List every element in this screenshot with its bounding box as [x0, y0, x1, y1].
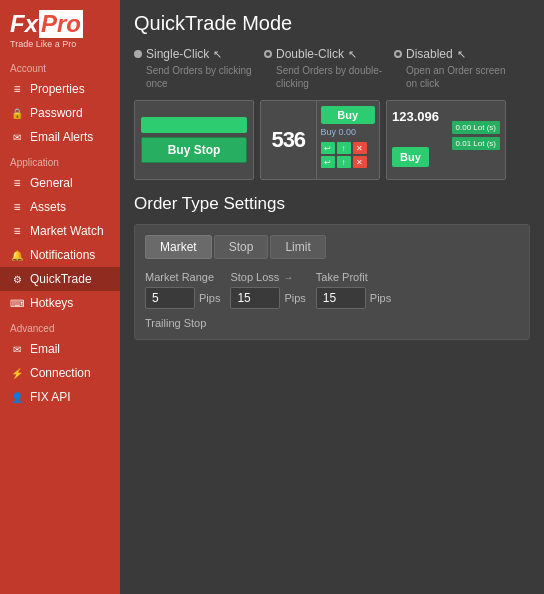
section-account: Account	[0, 55, 120, 77]
qt-label-disabled: Disabled	[406, 47, 453, 61]
section-advanced: Advanced	[0, 315, 120, 337]
qt-label-single: Single-Click	[146, 47, 209, 61]
qt-desc-disabled: Open an Order screen on click	[394, 64, 516, 90]
qt-radio-double[interactable]	[264, 50, 272, 58]
market-range-input-row: Pips	[145, 287, 220, 309]
assets-icon: ≡	[10, 200, 24, 214]
action-icon-1[interactable]: ↩	[321, 142, 335, 154]
stop-loss-group: Stop Loss → Pips	[230, 271, 305, 309]
logo-pro: Pro	[39, 10, 83, 38]
arrow-icon: →	[283, 272, 293, 283]
cursor-icon-single: ↖	[213, 48, 222, 61]
cursor-icon-double: ↖	[348, 48, 357, 61]
sidebar-item-label: Hotkeys	[30, 296, 73, 310]
qt-preview-double: 536 Buy Buy 0.00 ↩ ↑ ✕ ↩ ↑ ✕	[260, 100, 380, 180]
preview1-inner: Buy Stop	[135, 101, 253, 179]
sidebar-item-label: Notifications	[30, 248, 95, 262]
qt-radio-disabled[interactable]	[394, 50, 402, 58]
take-profit-group: Take Profit Pips	[316, 271, 391, 309]
sidebar-item-market-watch[interactable]: ≡ Market Watch	[0, 219, 120, 243]
qt-option-single-click[interactable]: Single-Click ↖ Send Orders by clicking o…	[134, 47, 264, 90]
sidebar-item-label: Email Alerts	[30, 130, 93, 144]
sidebar-item-email[interactable]: ✉ Email	[0, 337, 120, 361]
hotkeys-icon: ⌨	[10, 296, 24, 310]
trailing-stop-label: Trailing Stop	[145, 317, 519, 329]
quicktrade-options: Single-Click ↖ Send Orders by clicking o…	[134, 47, 530, 90]
take-profit-label: Take Profit	[316, 271, 391, 283]
sidebar: Fx Pro Trade Like a Pro Account ≡ Proper…	[0, 0, 120, 594]
email-icon: ✉	[10, 130, 24, 144]
qt-radio-single[interactable]	[134, 50, 142, 58]
preview3-buy-btn[interactable]: Buy	[392, 147, 429, 167]
action-icon-5[interactable]: ↑	[337, 156, 351, 168]
sidebar-item-label: General	[30, 176, 73, 190]
lot2-label: 0.01 Lot (s)	[452, 137, 500, 150]
take-profit-input-row: Pips	[316, 287, 391, 309]
action-icon-4[interactable]: ↩	[321, 156, 335, 168]
sidebar-item-label: FIX API	[30, 390, 71, 404]
qt-preview-disabled: 123.096 Buy 0.00 Lot (s) 0.01 Lot (s)	[386, 100, 506, 180]
preview3-price: 123.096	[392, 109, 439, 124]
qt-option-double-click[interactable]: Double-Click ↖ Send Orders by double-cli…	[264, 47, 394, 90]
tab-limit[interactable]: Limit	[270, 235, 325, 259]
connection-icon: ⚡	[10, 366, 24, 380]
tab-market[interactable]: Market	[145, 235, 212, 259]
qt-desc-double: Send Orders by double-clicking	[264, 64, 386, 90]
sidebar-item-hotkeys[interactable]: ⌨ Hotkeys	[0, 291, 120, 315]
qt-preview-single: Buy Stop	[134, 100, 254, 180]
sidebar-item-properties[interactable]: ≡ Properties	[0, 77, 120, 101]
stop-loss-unit: Pips	[284, 292, 305, 304]
take-profit-input[interactable]	[316, 287, 366, 309]
qt-option-disabled[interactable]: Disabled ↖ Open an Order screen on click	[394, 47, 524, 90]
action-icon-3[interactable]: ✕	[353, 142, 367, 154]
sidebar-item-label: Password	[30, 106, 83, 120]
quicktrade-icon: ⚙	[10, 272, 24, 286]
main-content: QuickTrade Mode Single-Click ↖ Send Orde…	[120, 0, 544, 594]
sidebar-item-label: Assets	[30, 200, 66, 214]
sidebar-item-label: Connection	[30, 366, 91, 380]
stop-loss-input[interactable]	[230, 287, 280, 309]
sidebar-item-label: Email	[30, 342, 60, 356]
bell-icon: 🔔	[10, 248, 24, 262]
market-watch-icon: ≡	[10, 224, 24, 238]
buy-stop-button[interactable]: Buy Stop	[141, 137, 247, 163]
section-application: Application	[0, 149, 120, 171]
properties-icon: ≡	[10, 82, 24, 96]
tab-stop[interactable]: Stop	[214, 235, 269, 259]
market-range-unit: Pips	[199, 292, 220, 304]
sidebar-item-quicktrade[interactable]: ⚙ QuickTrade	[0, 267, 120, 291]
preview2-price: 536	[271, 127, 305, 153]
qt-desc-single: Send Orders by clicking once	[134, 64, 256, 90]
logo-tagline: Trade Like a Pro	[10, 39, 110, 49]
qt-label-double: Double-Click	[276, 47, 344, 61]
page-title: QuickTrade Mode	[134, 12, 530, 35]
logo-fx: Fx	[10, 10, 38, 38]
stop-loss-input-row: Pips	[230, 287, 305, 309]
preview2-buy-small: Buy 0.00	[321, 127, 376, 137]
market-range-group: Market Range Pips	[145, 271, 220, 309]
sidebar-item-connection[interactable]: ⚡ Connection	[0, 361, 120, 385]
general-icon: ≡	[10, 176, 24, 190]
preview2-buy-btn[interactable]: Buy	[321, 106, 376, 124]
sidebar-item-assets[interactable]: ≡ Assets	[0, 195, 120, 219]
market-range-input[interactable]	[145, 287, 195, 309]
action-icon-2[interactable]: ↑	[337, 142, 351, 154]
fix-api-icon: 👤	[10, 390, 24, 404]
order-type-settings: Market Stop Limit Market Range Pips Stop…	[134, 224, 530, 340]
preview1-bar	[141, 117, 247, 133]
sidebar-item-label: QuickTrade	[30, 272, 92, 286]
email2-icon: ✉	[10, 342, 24, 356]
sidebar-item-general[interactable]: ≡ General	[0, 171, 120, 195]
action-icon-6[interactable]: ✕	[353, 156, 367, 168]
market-range-label: Market Range	[145, 271, 220, 283]
order-type-title: Order Type Settings	[134, 194, 530, 214]
sidebar-item-notifications[interactable]: 🔔 Notifications	[0, 243, 120, 267]
stop-loss-label: Stop Loss →	[230, 271, 305, 283]
sidebar-item-email-alerts[interactable]: ✉ Email Alerts	[0, 125, 120, 149]
take-profit-unit: Pips	[370, 292, 391, 304]
sidebar-item-password[interactable]: 🔒 Password	[0, 101, 120, 125]
sidebar-item-fix-api[interactable]: 👤 FIX API	[0, 385, 120, 409]
sidebar-item-label: Properties	[30, 82, 85, 96]
tabs-row: Market Stop Limit	[145, 235, 519, 259]
settings-fields: Market Range Pips Stop Loss → Pips	[145, 271, 519, 309]
